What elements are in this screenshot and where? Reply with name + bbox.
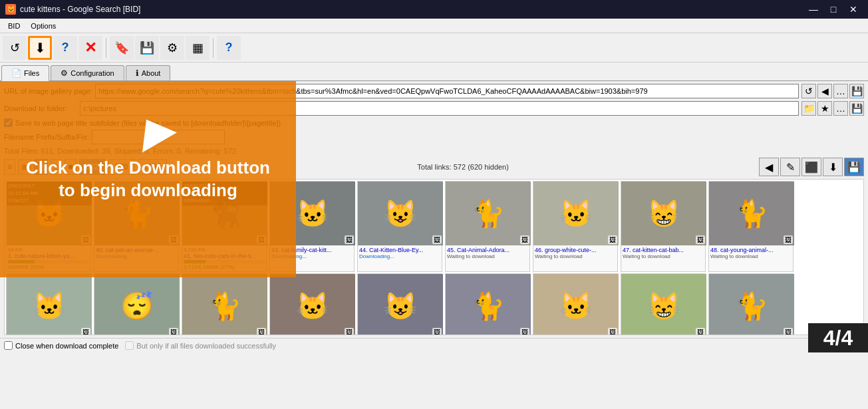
right-btn-download[interactable]: ⬇ — [823, 158, 843, 176]
prefix-input[interactable] — [92, 130, 225, 144]
tab-about[interactable]: ℹ About — [126, 65, 171, 80]
folder-more-button[interactable]: … — [833, 101, 848, 116]
filter-row: Filename Prefix/Suffix/Fix: — [4, 130, 864, 144]
image-cell[interactable]: 🐈🖼45. Cat-Animal-Adora...Waiting to down… — [445, 181, 530, 272]
view-btn-grid[interactable]: ▦ — [34, 159, 48, 175]
settings-icon: ⚙ — [167, 41, 178, 55]
title-bar-controls: — □ ✕ — [804, 2, 863, 17]
controls-row: ≡ ≣ ▦ □ ■ 572 620 1192 Total links: 572 … — [4, 158, 864, 176]
grid-icon: ▦ — [192, 41, 204, 55]
download-folder-label: Download to folder: — [4, 104, 77, 112]
image-grid: 25/01/201710:11:54 AM970x727🐱🖼89 KB1. cu… — [5, 180, 863, 335]
checkbox-row: Save to web page title subfolder (files … — [4, 118, 864, 127]
image-grid-container[interactable]: 25/01/201710:11:54 AM970x727🐱🖼89 KB1. cu… — [4, 179, 864, 335]
right-btn-save[interactable]: 💾 — [844, 158, 864, 176]
count-badge-1192[interactable]: 1192 — [138, 159, 168, 175]
minimize-button[interactable]: — — [804, 2, 823, 17]
url-side-buttons: ↺ ◀ … 💾 — [801, 84, 864, 98]
image-cell[interactable]: 😺🖼53. kittens-kitten-cat-...Waiting to d… — [357, 273, 442, 335]
image-cell[interactable]: 😴🖼50. Cute_Cat_Sleepin...Waiting to down… — [94, 273, 179, 335]
image-cell[interactable]: 🐈🖼51. cat-kittens-small-p...Waiting to d… — [182, 273, 267, 335]
toolbar-stop[interactable]: ✕ — [78, 36, 102, 60]
bookmark-icon: 🔖 — [114, 41, 129, 55]
image-cell[interactable]: 🐱🖼43. cat-family-cat-kitt...Downloading.… — [269, 181, 355, 272]
tab-configuration[interactable]: ⚙ Configuration — [51, 65, 124, 80]
menu-options[interactable]: Options — [25, 21, 61, 31]
image-cell[interactable]: 🐈🖼57. cutest-kittens-cut-...Waiting to d… — [708, 273, 794, 335]
url-label: URL of image gallery page: — [4, 87, 92, 95]
download-folder-row: Download to folder: 📁 ★ … 💾 — [4, 101, 864, 116]
menu-bid[interactable]: BID — [3, 21, 25, 31]
view-btn-lines[interactable]: ≡ — [4, 159, 15, 175]
folder-side-buttons: 📁 ★ … 💾 — [801, 101, 864, 116]
image-cell[interactable]: 25/01/201710:11:54 AM970x727🐱🖼89 KB1. cu… — [6, 181, 91, 272]
status-bar: Total Files: 611, Downloaded: 39, Skippe… — [4, 147, 864, 155]
toolbar-separator-2 — [213, 38, 214, 58]
refresh-icon: ↺ — [10, 41, 20, 55]
image-cell[interactable]: 🐱🖼46. group-white-cute-...Waiting to dow… — [533, 181, 618, 272]
only-if-all-checkbox[interactable] — [125, 341, 134, 350]
toolbar-grid[interactable]: ▦ — [186, 36, 210, 60]
close-button[interactable]: ✕ — [844, 2, 863, 17]
url-input-group — [95, 84, 799, 98]
image-cell[interactable]: 25/06/20167:22:24 PM6000x4000🐈‍⬛🖼6,330 K… — [182, 181, 267, 272]
folder-save-button[interactable]: 💾 — [849, 101, 864, 116]
about-tab-icon: ℹ — [136, 68, 139, 78]
image-cell[interactable]: 🐈🖼54. 14007682818699...Waiting to downlo… — [445, 273, 530, 335]
image-cell[interactable]: 😸🖼47. cat-kitten-cat-bab...Waiting to do… — [621, 181, 706, 272]
url-save-button[interactable]: 💾 — [849, 84, 864, 98]
right-btn-edit[interactable]: ✎ — [780, 158, 800, 176]
folder-star-button[interactable]: ★ — [817, 101, 832, 116]
files-tab-icon: 📄 — [11, 68, 21, 78]
links-text: Total links: 572 (620 hidden) — [417, 163, 509, 171]
page-indicator-text: 4/4 — [823, 326, 853, 350]
url-row: URL of image gallery page: ↺ ◀ … 💾 — [4, 84, 864, 98]
image-cell[interactable]: 🐱🖼49. 2018-11-27-14-40...Waiting to down… — [6, 273, 91, 335]
tab-about-label: About — [142, 69, 161, 77]
app-icon: 🐱 — [5, 4, 16, 15]
view-btn-list[interactable]: ≣ — [18, 159, 31, 175]
save-subfolder-checkbox[interactable] — [4, 118, 13, 127]
toolbar-settings[interactable]: ⚙ — [160, 36, 184, 60]
stop-icon: ✕ — [84, 39, 96, 57]
status-text: Total Files: 611, Downloaded: 39, Skippe… — [4, 147, 236, 155]
image-cell[interactable]: 🐈🖼48. cat-young-animal-...Waiting to dow… — [708, 181, 794, 272]
toolbar-refresh[interactable]: ↺ — [3, 36, 27, 60]
toolbar-info[interactable]: ? — [217, 36, 241, 60]
maximize-button[interactable]: □ — [824, 2, 843, 17]
toolbar-download[interactable]: ⬇ — [28, 36, 52, 60]
image-cell[interactable]: 😸🖼56. cat-background-im...Waiting to dow… — [621, 273, 706, 335]
tab-configuration-label: Configuration — [71, 69, 114, 77]
page-indicator: 4/4 — [808, 323, 868, 352]
tab-files[interactable]: 📄 Files — [1, 65, 49, 81]
view-btn-large[interactable]: ■ — [65, 159, 76, 175]
image-cell[interactable]: 🐱🖼55. kitten-3617838_1...Waiting to down… — [533, 273, 618, 335]
count-badge-620[interactable]: 620 — [108, 159, 135, 175]
image-cell[interactable]: 🐱🖼52. 11424-a-cute-you...Waiting to down… — [269, 273, 355, 335]
close-when-complete-checkbox[interactable] — [4, 341, 13, 350]
right-buttons: ◀ ✎ ⬛ ⬇ 💾 — [759, 158, 864, 176]
toolbar-bookmark[interactable]: 🔖 — [110, 36, 134, 60]
view-btn-small[interactable]: □ — [51, 159, 62, 175]
right-btn-square[interactable]: ⬛ — [801, 158, 821, 176]
toolbar-save[interactable]: 💾 — [135, 36, 159, 60]
url-reload-button[interactable]: ↺ — [801, 84, 816, 98]
count-badge-572[interactable]: 572 — [79, 159, 106, 175]
title-bar: 🐱 cute kittens - Google Search [BID] — □… — [0, 0, 868, 19]
url-input[interactable] — [95, 84, 799, 98]
right-btn-back[interactable]: ◀ — [759, 158, 779, 176]
title-bar-left: 🐱 cute kittens - Google Search [BID] — [5, 4, 140, 15]
url-more-button[interactable]: … — [833, 84, 848, 98]
menu-bar: BID Options — [0, 19, 868, 33]
folder-browse-button[interactable]: 📁 — [801, 101, 816, 116]
close-when-complete-label: Close when download complete — [15, 342, 118, 350]
toolbar-help[interactable]: ? — [53, 36, 77, 60]
download-icon: ⬇ — [35, 40, 46, 56]
close-when-complete-group: Close when download complete — [4, 341, 118, 350]
image-cell[interactable]: 😺🖼44. Cat-Kitten-Blue-Ey...Downloading..… — [357, 181, 442, 272]
only-if-all-group: But only if all files downloaded success… — [125, 341, 276, 350]
image-cell[interactable]: 🐈🖼40. cat-pet-an-animal-...Downloading..… — [94, 181, 179, 272]
download-folder-input[interactable] — [80, 101, 799, 116]
info-icon: ? — [225, 41, 233, 55]
url-back-button[interactable]: ◀ — [817, 84, 832, 98]
